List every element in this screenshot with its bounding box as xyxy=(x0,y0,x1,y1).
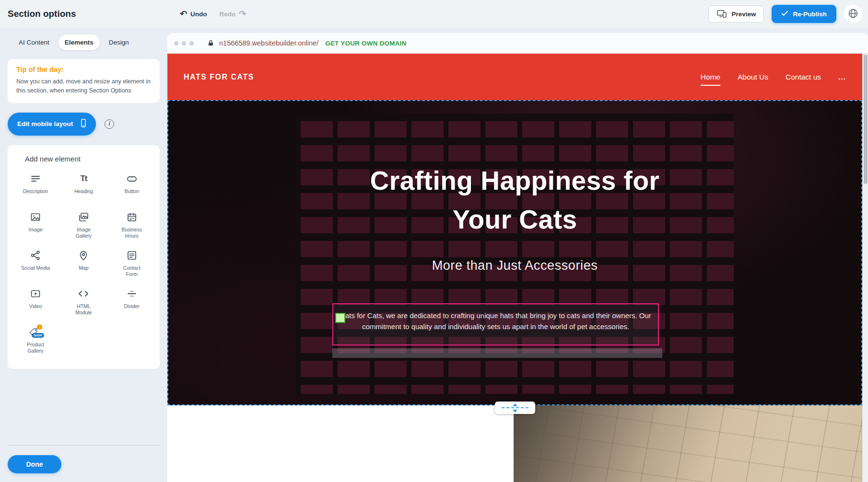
language-globe-button[interactable] xyxy=(844,5,862,23)
video-icon xyxy=(30,287,41,300)
element-business-hours[interactable]: Business Hours xyxy=(108,211,156,240)
element-video[interactable]: Video xyxy=(12,287,59,310)
editor-canvas: n1566589.websitebuilder.online/ GET YOUR… xyxy=(167,28,868,482)
button-icon xyxy=(126,172,138,185)
upgrade-badge-icon: ↑ xyxy=(37,324,42,330)
element-image-gallery[interactable]: Image Gallery xyxy=(59,211,107,240)
redo-button[interactable]: Redo ↷ xyxy=(220,10,246,18)
nav-more[interactable]: ... xyxy=(838,73,846,81)
page-title: Section options xyxy=(8,9,76,19)
site-logo[interactable]: HATS FOR CATS xyxy=(184,73,254,81)
site-nav: Home About Us Contact us ... xyxy=(701,73,846,81)
lock-icon xyxy=(207,39,214,47)
description-icon xyxy=(30,172,41,185)
tip-title: Tip of the day: xyxy=(16,66,151,73)
done-button[interactable]: Done xyxy=(8,455,61,473)
element-ghost-strip xyxy=(332,348,662,358)
site-header[interactable]: HATS FOR CATS Home About Us Contact us .… xyxy=(167,54,862,100)
scrollbar-thumb[interactable] xyxy=(864,55,868,184)
get-domain-link[interactable]: GET YOUR OWN DOMAIN xyxy=(325,40,406,47)
edit-mobile-layout-label: Edit mobile layout xyxy=(17,120,73,127)
image-gallery-icon xyxy=(78,211,89,223)
social-media-icon xyxy=(30,249,41,262)
redo-icon: ↷ xyxy=(239,10,246,18)
element-html-module[interactable]: HTML Module xyxy=(59,287,107,316)
image-icon xyxy=(30,211,41,223)
divider-icon xyxy=(126,287,138,300)
tab-ai-content[interactable]: AI Content xyxy=(12,34,56,50)
tip-card: Tip of the day: Now you can add, move an… xyxy=(8,59,160,103)
tab-elements[interactable]: Elements xyxy=(59,34,100,50)
sidebar-footer: Done xyxy=(0,445,167,482)
element-product-gallery[interactable]: SHOP ↑ Product Gallery xyxy=(12,326,59,355)
shop-badge: SHOP xyxy=(32,333,44,338)
scrollbar[interactable] xyxy=(862,54,868,482)
element-contact-form[interactable]: Contact Form xyxy=(108,249,156,278)
window-dot xyxy=(182,41,186,46)
add-element-panel: Add new element Description Tt Heading B… xyxy=(8,145,160,369)
undo-redo-group: ↶ Undo Redo ↷ xyxy=(180,0,246,28)
undo-button[interactable]: ↶ Undo xyxy=(180,10,207,18)
element-image[interactable]: Image xyxy=(12,211,59,233)
tab-design[interactable]: Design xyxy=(103,34,135,50)
contact-form-icon xyxy=(126,249,138,262)
site-viewport: HATS FOR CATS Home About Us Contact us .… xyxy=(167,54,868,482)
element-description[interactable]: Description xyxy=(12,172,59,195)
element-map[interactable]: Map xyxy=(59,249,107,272)
edit-mobile-layout-button[interactable]: Edit mobile layout xyxy=(8,113,96,136)
nav-home[interactable]: Home xyxy=(701,73,720,81)
preview-button[interactable]: Preview xyxy=(708,5,764,23)
element-heading[interactable]: Tt Heading xyxy=(59,172,107,195)
browser-bar: n1566589.websitebuilder.online/ GET YOUR… xyxy=(167,33,868,54)
hero-heading[interactable]: Crafting Happiness for Your Cats xyxy=(347,161,683,239)
next-section[interactable] xyxy=(167,405,862,482)
topbar-actions: Preview Re-Publish xyxy=(708,0,862,28)
map-icon xyxy=(78,249,89,262)
add-element-title: Add new element xyxy=(25,155,156,163)
phone-icon xyxy=(79,118,88,130)
check-icon xyxy=(781,11,788,18)
hero-subheading[interactable]: More than Just Accessories xyxy=(167,258,862,273)
tip-body: Now you can add, move and resize any ele… xyxy=(16,77,151,95)
product-gallery-icon: SHOP ↑ xyxy=(28,326,43,338)
nav-about-us[interactable]: About Us xyxy=(738,73,768,81)
window-dot xyxy=(174,41,178,46)
globe-icon xyxy=(847,8,859,21)
republish-label: Re-Publish xyxy=(793,11,827,18)
pavement-image xyxy=(514,405,862,482)
element-divider[interactable]: Divider xyxy=(108,287,156,310)
window-controls xyxy=(174,41,194,46)
undo-label: Undo xyxy=(190,11,207,18)
html-module-icon xyxy=(78,287,89,300)
element-drag-handle[interactable] xyxy=(335,313,345,323)
section-resize-handle[interactable] xyxy=(495,402,535,414)
element-button[interactable]: Button xyxy=(108,172,156,195)
hero-paragraph: Hats for Cats, we are dedicated to craft… xyxy=(333,304,658,333)
undo-icon: ↶ xyxy=(180,10,187,18)
nav-contact-us[interactable]: Contact us xyxy=(786,73,821,81)
element-social-media[interactable]: Social Media xyxy=(12,249,59,272)
republish-button[interactable]: Re-Publish xyxy=(772,5,836,23)
sidebar-divider xyxy=(8,445,160,446)
business-hours-icon xyxy=(126,211,138,223)
sidebar: AI Content Elements Design Tip of the da… xyxy=(0,28,167,482)
preview-label: Preview xyxy=(731,11,756,18)
info-icon[interactable]: i xyxy=(105,119,114,129)
element-grid: Description Tt Heading Button Image xyxy=(12,172,156,364)
heading-icon: Tt xyxy=(80,172,87,185)
mobile-layout-row: Edit mobile layout i xyxy=(8,113,160,136)
site-preview: HATS FOR CATS Home About Us Contact us .… xyxy=(167,54,862,482)
topbar: Section options ↶ Undo Redo ↷ Preview Re… xyxy=(0,0,868,28)
sidebar-tabs: AI Content Elements Design xyxy=(0,28,167,50)
site-url[interactable]: n1566589.websitebuilder.online/ xyxy=(219,39,318,47)
window-dot xyxy=(189,41,194,46)
selected-text-element[interactable]: Hats for Cats, we are dedicated to craft… xyxy=(332,303,659,345)
browser-window: n1566589.websitebuilder.online/ GET YOUR… xyxy=(167,33,868,482)
devices-icon xyxy=(716,8,727,20)
redo-label: Redo xyxy=(220,11,236,18)
resize-handle-icon xyxy=(502,407,528,408)
hero-section[interactable]: Crafting Happiness for Your Cats More th… xyxy=(167,100,862,405)
